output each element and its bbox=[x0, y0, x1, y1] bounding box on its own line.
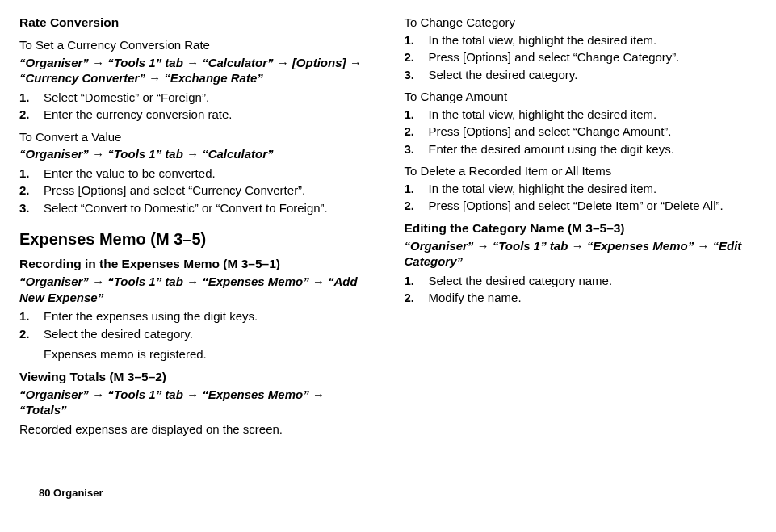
step-number: 3. bbox=[405, 67, 415, 83]
step-number: 2. bbox=[405, 198, 415, 214]
set-rate-heading: To Set a Currency Conversion Rate bbox=[19, 37, 372, 53]
step-number: 1. bbox=[405, 107, 415, 123]
convert-value-steps: 1.Enter the value to be converted. 2.Pre… bbox=[19, 165, 372, 216]
viewing-title: Viewing Totals (M 3–5–2) bbox=[19, 369, 372, 385]
step-number: 2. bbox=[19, 182, 30, 199]
step-item: 1.Enter the expenses using the digit key… bbox=[19, 308, 372, 325]
delete-item-heading: To Delete a Recorded Item or All Items bbox=[405, 163, 757, 179]
delete-item-steps: 1.In the total view, highlight the desir… bbox=[405, 181, 757, 214]
step-number: 1. bbox=[405, 273, 415, 289]
step-text: In the total view, highlight the desired… bbox=[429, 107, 657, 121]
step-item: 1.Enter the value to be converted. bbox=[19, 165, 372, 182]
step-text: In the total view, highlight the desired… bbox=[429, 182, 657, 195]
step-number: 2. bbox=[19, 326, 30, 342]
expenses-memo-heading: Expenses Memo (M 3–5) bbox=[19, 228, 372, 249]
page-footer: 80 Organiser bbox=[39, 487, 103, 501]
step-item: 2.Press [Options] and select “Change Cat… bbox=[405, 49, 757, 65]
step-text: Press [Options] and select “Currency Con… bbox=[44, 183, 305, 197]
page: Rate Conversion To Set a Currency Conver… bbox=[19, 15, 757, 515]
change-category-steps: 1.In the total view, highlight the desir… bbox=[405, 32, 757, 83]
change-amount-steps: 1.In the total view, highlight the desir… bbox=[405, 107, 757, 157]
step-item: 2.Modify the name. bbox=[405, 290, 757, 306]
left-column: Rate Conversion To Set a Currency Conver… bbox=[19, 15, 372, 442]
right-column: To Change Category 1.In the total view, … bbox=[405, 15, 757, 442]
change-category-heading: To Change Category bbox=[405, 15, 757, 31]
step-number: 1. bbox=[19, 308, 30, 325]
step-text: Select “Convert to Domestic” or “Convert… bbox=[44, 201, 328, 215]
step-text: Enter the value to be converted. bbox=[44, 166, 216, 180]
step-text: Press [Options] and select “Change Amoun… bbox=[429, 124, 672, 138]
step-text: Select “Domestic” or “Foreign”. bbox=[44, 90, 209, 104]
step-text: In the total view, highlight the desired… bbox=[429, 33, 657, 47]
step-number: 3. bbox=[405, 141, 415, 157]
recording-steps: 1.Enter the expenses using the digit key… bbox=[19, 308, 372, 341]
step-number: 2. bbox=[19, 107, 30, 123]
step-text: Enter the expenses using the digit keys. bbox=[44, 309, 258, 323]
edit-category-steps: 1.Select the desired category name. 2.Mo… bbox=[405, 273, 757, 306]
step-number: 1. bbox=[19, 90, 30, 106]
recording-path: “Organiser” → “Tools 1” tab → “Expenses … bbox=[19, 274, 372, 305]
two-column-layout: Rate Conversion To Set a Currency Conver… bbox=[19, 15, 757, 442]
edit-category-title: Editing the Category Name (M 3–5–3) bbox=[405, 220, 757, 237]
step-item: 1.Select “Domestic” or “Foreign”. bbox=[19, 90, 372, 106]
set-rate-steps: 1.Select “Domestic” or “Foreign”. 2.Ente… bbox=[19, 90, 372, 123]
step-item: 2.Select the desired category. bbox=[19, 326, 372, 342]
step-number: 1. bbox=[405, 32, 415, 48]
step-number: 3. bbox=[19, 200, 30, 216]
convert-value-heading: To Convert a Value bbox=[19, 129, 372, 145]
change-amount-heading: To Change Amount bbox=[405, 89, 757, 105]
step-item: 1.In the total view, highlight the desir… bbox=[405, 107, 757, 123]
set-rate-path: “Organiser” → “Tools 1” tab → “Calculato… bbox=[19, 55, 372, 86]
step-item: 1.Select the desired category name. bbox=[405, 273, 757, 289]
step-text: Select the desired category name. bbox=[429, 274, 613, 287]
step-text: Enter the desired amount using the digit… bbox=[429, 142, 674, 156]
step-number: 1. bbox=[405, 181, 415, 197]
step-item: 2.Press [Options] and select “Delete Ite… bbox=[405, 198, 757, 214]
step-text: Select the desired category. bbox=[429, 68, 578, 82]
step-number: 2. bbox=[405, 124, 415, 140]
step-number: 1. bbox=[19, 165, 30, 182]
step-item: 1.In the total view, highlight the desir… bbox=[405, 32, 757, 48]
step-text: Modify the name. bbox=[429, 291, 522, 304]
convert-value-path: “Organiser” → “Tools 1” tab → “Calculato… bbox=[19, 146, 372, 162]
edit-category-path: “Organiser” → “Tools 1” tab → “Expenses … bbox=[405, 238, 757, 270]
step-text: Press [Options] and select “Delete Item”… bbox=[429, 199, 724, 212]
viewing-body: Recorded expenses are displayed on the s… bbox=[19, 421, 372, 438]
step-item: 3.Enter the desired amount using the dig… bbox=[405, 141, 757, 157]
recording-note: Expenses memo is registered. bbox=[19, 346, 372, 362]
step-text: Select the desired category. bbox=[44, 327, 193, 341]
step-item: 2.Press [Options] and select “Currency C… bbox=[19, 182, 372, 199]
step-item: 2.Enter the currency conversion rate. bbox=[19, 107, 372, 123]
step-text: Press [Options] and select “Change Categ… bbox=[429, 50, 680, 64]
step-text: Enter the currency conversion rate. bbox=[44, 107, 232, 121]
step-item: 3.Select “Convert to Domestic” or “Conve… bbox=[19, 200, 372, 216]
recording-title: Recording in the Expenses Memo (M 3–5–1) bbox=[19, 256, 372, 272]
step-number: 2. bbox=[405, 290, 415, 306]
rate-conversion-title: Rate Conversion bbox=[19, 15, 372, 31]
step-item: 2.Press [Options] and select “Change Amo… bbox=[405, 124, 757, 140]
step-number: 2. bbox=[405, 49, 415, 65]
step-item: 1.In the total view, highlight the desir… bbox=[405, 181, 757, 197]
step-item: 3.Select the desired category. bbox=[405, 67, 757, 83]
viewing-path: “Organiser” → “Tools 1” tab → “Expenses … bbox=[19, 387, 372, 418]
